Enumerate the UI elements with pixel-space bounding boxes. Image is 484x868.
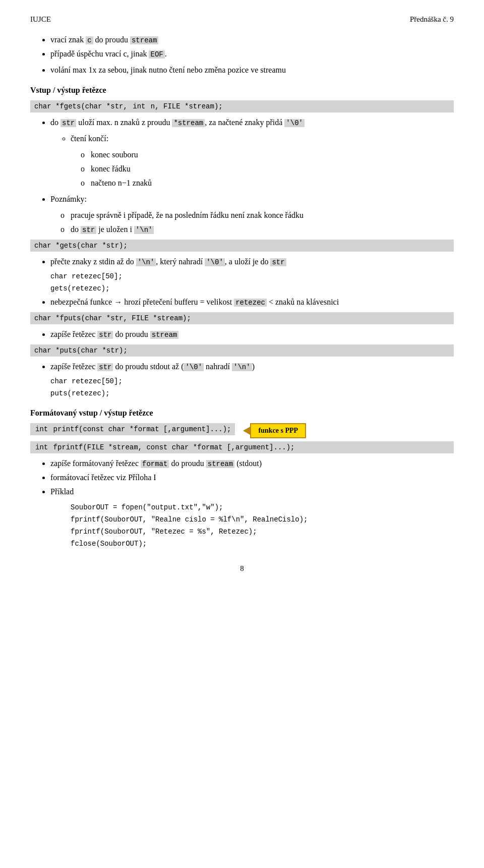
code-str: str: [270, 258, 286, 266]
code-line: SouborOUT = fopen("output.txt","w");: [71, 503, 223, 511]
printf-row: int printf(const char *format [,argument…: [30, 423, 454, 438]
text: nahradí: [204, 362, 232, 371]
list-item: o konec řádku: [81, 163, 454, 175]
code-text: n, FILE *stream);: [146, 102, 222, 110]
section-vstup-title: Vstup / výstup řetězce: [30, 84, 454, 96]
callout-bubble: funkce s PPP: [250, 423, 306, 438]
list-item: o do str je uložen i '\n': [60, 223, 454, 236]
code-text: fprintf(FILE *stream, const char *format…: [49, 443, 294, 451]
text: (stdout): [234, 459, 262, 468]
text: přečte znaky z stdin až do: [50, 257, 136, 266]
code-line: fprintf(SouborOUT, "Retezec = %s", Retez…: [71, 528, 257, 536]
callout-arrow: [243, 427, 250, 435]
text: o pracuje správně i případě, že na posle…: [60, 211, 304, 219]
text: uloží max. n znaků z proudu: [76, 118, 172, 127]
list-item: Příklad SouborOUT = fopen("output.txt","…: [50, 486, 454, 549]
code-line: char retezec[50];: [50, 377, 123, 385]
list-item: čtení končí: o konec souboru o konec řád…: [71, 133, 454, 189]
code-line: char retezec[50];: [50, 272, 123, 280]
code-text: char *fgets(char *str,: [34, 102, 132, 110]
printf-code-block: int printf(const char *format [,argument…: [30, 423, 235, 435]
code-int-highlight: int: [132, 102, 146, 110]
header-right: Přednáška č. 9: [410, 15, 454, 24]
text: o načteno n−1 znaků: [81, 179, 152, 187]
fgets-sublist: čtení končí: o konec souboru o konec řád…: [50, 133, 454, 189]
text: čtení končí:: [71, 134, 108, 143]
code-str: str: [81, 226, 96, 234]
code-line: fclose(SouborOUT);: [71, 540, 147, 548]
code-eof: EOF: [149, 50, 164, 59]
code-stream: stream: [130, 36, 158, 44]
code-stream: stream: [206, 460, 234, 468]
fputs-list: zapíše řetězec str do proudu stream: [30, 328, 454, 340]
fgets-list: do str uloží max. n znaků z proudu *stre…: [30, 117, 454, 236]
text: , který nahradí: [156, 257, 205, 266]
puts-code-block: char *puts(char *str);: [30, 344, 454, 357]
list-item: Poznámky: o pracuje správně i případě, ž…: [50, 193, 454, 236]
text: do: [50, 118, 60, 127]
list-item: případě úspěchu vrací c, jinak EOF.: [50, 48, 454, 60]
text: , a uloží je do: [225, 257, 271, 266]
text: Příklad: [50, 487, 74, 496]
code-null: '\0': [205, 258, 225, 266]
list-item: nebezpečná funkce → hrozí přetečení buff…: [50, 296, 454, 308]
list-item: vrací znak c do proudu stream: [50, 34, 454, 46]
list-item: zapíše formátovaný řetězec format do pro…: [50, 457, 454, 470]
text: formátovací řetězec viz Příloha I: [50, 473, 156, 482]
code-int-highlight: int: [34, 425, 49, 433]
text: < znaků na klávesnici: [267, 298, 339, 306]
fgets-subsublist: o konec souboru o konec řádku o načteno …: [71, 149, 454, 189]
section1-list: vrací znak c do proudu stream případě ús…: [30, 34, 454, 60]
printf-list: zapíše formátovaný řetězec format do pro…: [30, 457, 454, 549]
code-null: '\0': [284, 119, 305, 127]
code-newline: '\n': [136, 258, 156, 266]
text: do proudu: [169, 459, 206, 468]
text: zapíše řetězec: [50, 330, 97, 338]
text: Poznámky:: [50, 195, 87, 203]
code-text: char *fputs(char *str, FILE *stream);: [34, 314, 191, 322]
header-left: IUJCE: [30, 15, 51, 24]
code-c: c: [86, 36, 93, 44]
notes-list: o pracuje správně i případě, že na posle…: [50, 209, 454, 236]
arrow-icon: →: [114, 298, 122, 306]
code-line: fprintf(SouborOUT, "Realne cislo = %lf\n…: [71, 515, 308, 524]
fgets-code-block: char *fgets(char *str, int n, FILE *stre…: [30, 100, 454, 112]
text: je uložen i: [96, 225, 134, 234]
text: o konec řádku: [81, 164, 131, 173]
code-text: char *puts(char *str);: [34, 346, 128, 355]
code-newline: '\n': [134, 226, 154, 234]
code-line: gets(retezec);: [50, 284, 110, 293]
text: do proudu stdout až (: [113, 362, 184, 371]
list-item: do str uloží max. n znaků z proudu *stre…: [50, 117, 454, 189]
text: volání max 1x za sebou, jinak nutno čten…: [50, 66, 286, 74]
gets-list: přečte znaky z stdin až do '\n', který n…: [30, 256, 454, 308]
page-footer: 8: [30, 564, 454, 573]
text: případě úspěchu vrací c, jinak: [50, 49, 149, 58]
code-newline: '\n': [232, 363, 252, 371]
section2-intro-list: volání max 1x za sebou, jinak nutno čten…: [30, 64, 454, 76]
text: o do: [60, 225, 81, 234]
page-number: 8: [240, 564, 244, 572]
list-item: o pracuje správně i případě, že na posle…: [60, 209, 454, 221]
code-str: str: [97, 363, 113, 371]
code-str: str: [97, 331, 113, 339]
code-str: str: [60, 119, 76, 127]
text: nebezpečná funkce: [50, 298, 114, 306]
list-item: volání max 1x za sebou, jinak nutno čten…: [50, 64, 454, 76]
text: , za načtené znaky přidá: [205, 118, 284, 127]
code-format: format: [141, 460, 169, 468]
code-null: '\0': [184, 363, 204, 371]
text: zapíše řetězec: [50, 362, 97, 371]
formatted-section-title: Formátovaný vstup / výstup řetězce: [30, 407, 454, 419]
list-item: zapíše řetězec str do proudu stream: [50, 328, 454, 340]
puts-list: zapíše řetězec str do proudu stdout až (…: [30, 361, 454, 399]
code-text: printf(const char *format [,argument]...…: [49, 425, 231, 433]
code-int-highlight: int: [34, 443, 49, 451]
text: do proudu: [93, 35, 130, 44]
code-text: char *gets(char *str);: [34, 242, 128, 250]
fprintf-code-block: int fprintf(FILE *stream, const char *fo…: [30, 441, 454, 453]
code-stream: *stream: [172, 119, 205, 127]
code-line: puts(retezec);: [50, 389, 110, 397]
list-item: přečte znaky z stdin až do '\n', který n…: [50, 256, 454, 294]
code-stream: stream: [150, 331, 178, 339]
